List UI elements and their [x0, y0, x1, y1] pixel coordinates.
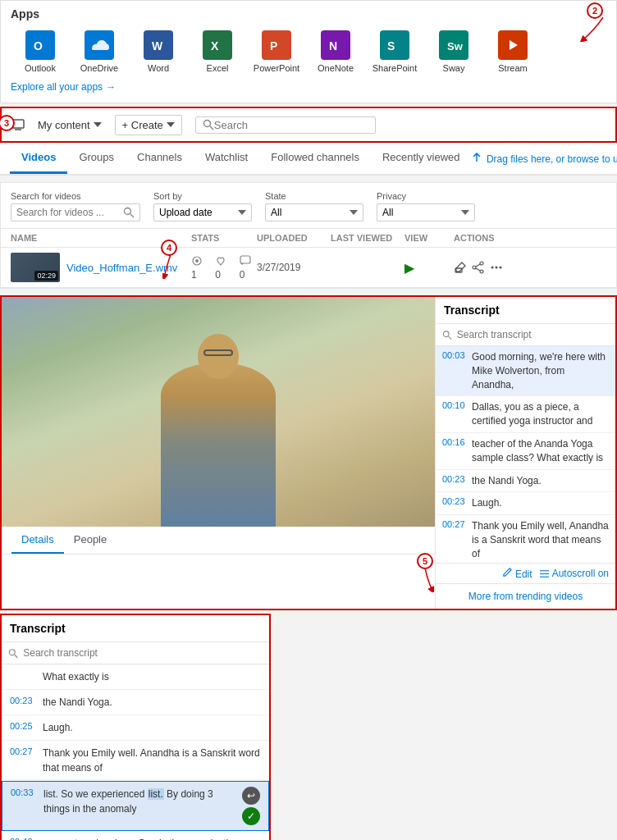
sway-icon: Sw	[439, 30, 468, 60]
video-duration: 02:29	[34, 271, 58, 281]
app-onedrive[interactable]: OneDrive	[70, 27, 129, 76]
panel-search-input[interactable]	[23, 647, 263, 659]
t4-text: the Nandi Yoga.	[472, 474, 542, 488]
stream-icon	[498, 30, 528, 60]
panel-item-2[interactable]: 00:25 Laugh.	[2, 715, 269, 741]
video-thumbnail[interactable]: 02:29	[11, 253, 60, 282]
stats-views: 1	[191, 255, 208, 281]
pi-time-5: 00:40	[10, 837, 34, 840]
player-tab-details[interactable]: Details	[11, 527, 64, 554]
t5-text: Laugh.	[472, 496, 502, 510]
tab-videos[interactable]: Videos	[10, 143, 67, 174]
tab-followed-channels[interactable]: Followed channels	[259, 143, 371, 174]
pi-time-4: 00:33	[11, 788, 35, 797]
autoscroll-toggle[interactable]: Autoscroll on	[539, 568, 609, 579]
svg-point-32	[496, 267, 498, 269]
video-title[interactable]: Video_Hoffman_E.wmv	[66, 262, 177, 274]
pi-text-3: Thank you Emily well. Anandha is a Sansk…	[43, 746, 261, 775]
my-content-button[interactable]: My content	[38, 119, 102, 131]
video-view-btn[interactable]: ▶	[404, 260, 454, 276]
transcript-item-5[interactable]: 00:23 Laugh.	[436, 492, 615, 515]
video-frame[interactable]	[2, 297, 435, 527]
svg-text:N: N	[329, 39, 337, 52]
svg-point-18	[203, 121, 210, 127]
annotation-4-arrow	[162, 254, 187, 279]
transcript-item-4[interactable]: 00:23 the Nandi Yoga.	[436, 470, 615, 493]
onedrive-icon	[85, 30, 114, 60]
player-tab-people[interactable]: People	[64, 527, 117, 554]
tab-recently-viewed[interactable]: Recently viewed	[371, 143, 472, 174]
edit-action-btn[interactable]: ↩	[242, 787, 260, 805]
panel-item-editing[interactable]: 00:33 list. So we experienced list. By d…	[2, 781, 269, 831]
transcript-item-2[interactable]: 00:10 Dallas, you as a piece, a certifie…	[436, 396, 615, 433]
transcript-panel-title: Transcript	[2, 615, 269, 642]
svg-text:P: P	[270, 39, 277, 52]
app-stream[interactable]: Stream	[483, 27, 542, 76]
panel-item-partial[interactable]: What exactly is	[2, 664, 269, 690]
pi-text-0: What exactly is	[43, 669, 261, 684]
more-trending-link[interactable]: More from trending videos	[436, 583, 615, 609]
create-button[interactable]: + Create	[115, 115, 182, 135]
share-icon[interactable]	[472, 261, 485, 274]
search-filter-group: Search for videos	[11, 191, 140, 221]
search-videos-input[interactable]	[16, 207, 123, 218]
state-select[interactable]: All	[265, 203, 363, 221]
pi-time-2: 00:25	[10, 721, 34, 731]
app-powerpoint[interactable]: P PowerPoint	[247, 27, 306, 76]
like-icon	[215, 255, 226, 267]
sort-select[interactable]: Upload date	[153, 203, 252, 221]
app-word[interactable]: W Word	[129, 27, 188, 76]
panel-item-5[interactable]: 00:40 yoga, stampler class. One is the e…	[2, 831, 269, 840]
explore-apps-link[interactable]: Explore all your apps →	[11, 81, 542, 93]
col-uploaded: UPLOADED	[257, 233, 331, 243]
transcript-panel-search[interactable]	[2, 642, 269, 664]
annotation-5: 5	[417, 553, 433, 569]
transcript-item-1[interactable]: 00:03 Good morning, we're here with Mike…	[436, 346, 615, 396]
transcript-search-input[interactable]	[457, 329, 609, 340]
confirm-action-btn[interactable]: ✓	[242, 807, 260, 825]
svg-point-26	[480, 262, 483, 265]
app-sway[interactable]: Sw Sway	[424, 27, 483, 76]
nav-search-input[interactable]	[214, 119, 368, 131]
svg-point-28	[480, 270, 483, 273]
t2-time: 00:10	[442, 400, 465, 428]
panel-item-1[interactable]: 00:23 the Nandi Yoga.	[2, 690, 269, 715]
create-chevron	[167, 122, 175, 127]
col-actions: ACTIONS	[454, 233, 519, 243]
search-filter-input-wrap[interactable]	[11, 203, 140, 221]
panel-item-3[interactable]: 00:27 Thank you Emily well. Anandha is a…	[2, 741, 269, 781]
video-player-tabs: Details People	[2, 527, 435, 555]
privacy-select[interactable]: All	[377, 203, 475, 221]
col-stats: STATS	[191, 233, 257, 243]
view-icon	[191, 255, 203, 267]
app-excel[interactable]: X Excel	[188, 27, 247, 76]
stream-nav: My content + Create	[0, 107, 617, 143]
app-outlook[interactable]: O Outlook	[11, 27, 70, 76]
video-player-section: Details People Transcript 00:03 Good mor…	[0, 295, 617, 610]
svg-text:X: X	[211, 39, 219, 52]
pi-text-4: list. So we experienced list. By doing 3…	[43, 787, 234, 816]
app-onenote-label: OneNote	[318, 63, 354, 73]
app-onenote[interactable]: N OneNote	[306, 27, 365, 76]
more-options-icon[interactable]	[490, 261, 503, 274]
nav-search-box[interactable]	[195, 116, 376, 134]
t6-text: Thank you Emily well, Anandha is a Sansk…	[472, 519, 609, 560]
app-excel-label: Excel	[207, 63, 229, 73]
annotation-2-arrow	[578, 17, 611, 42]
tab-groups[interactable]: Groups	[67, 143, 126, 174]
transcript-item-6[interactable]: 00:27 Thank you Emily well, Anandha is a…	[436, 515, 615, 563]
table-row: 02:29 Video_Hoffman_E.wmv 1 0 0 3/27/201…	[1, 248, 616, 288]
app-sharepoint[interactable]: S SharePoint	[365, 27, 424, 76]
edit-icon-small	[502, 567, 513, 578]
transcript-footer: Edit Autoscroll on	[436, 563, 615, 583]
transcript-sidebar-search[interactable]	[436, 324, 615, 346]
tab-watchlist[interactable]: Watchlist	[194, 143, 259, 174]
edit-icon[interactable]	[454, 261, 467, 274]
svg-line-30	[476, 268, 480, 271]
edit-link[interactable]: Edit	[502, 567, 532, 580]
apps-title: Apps	[11, 7, 542, 21]
video-list-section: Search for videos Sort by Upload date St…	[0, 182, 617, 289]
transcript-item-3[interactable]: 00:16 teacher of the Ananda Yoga sample …	[436, 433, 615, 470]
drag-icon	[472, 153, 482, 162]
tab-channels[interactable]: Channels	[126, 143, 194, 174]
